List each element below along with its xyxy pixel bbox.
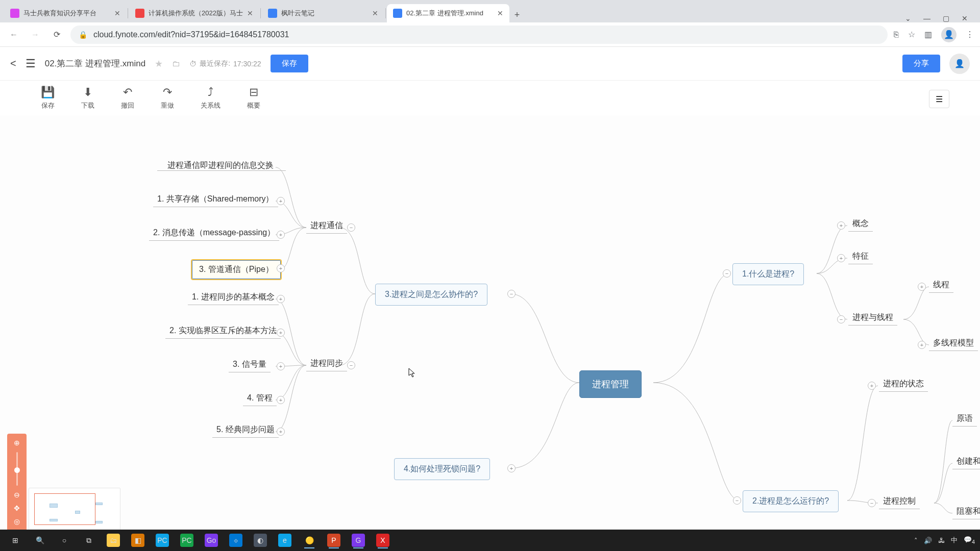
mindmap-node[interactable]: 1. 共享存储（Shared-memory） [153, 192, 278, 207]
mindmap-node[interactable]: 2. 消息传递（message-passing） [149, 226, 279, 241]
mindmap-node[interactable]: 线程 [929, 278, 953, 293]
tool-save[interactable]: 💾保存 [41, 86, 55, 110]
new-tab-button[interactable]: + [509, 7, 525, 22]
expand-icon[interactable]: + [918, 283, 926, 291]
expand-icon[interactable]: + [277, 264, 285, 272]
user-avatar-icon[interactable]: 👤 [949, 54, 970, 74]
browser-tab[interactable]: 马士兵教育知识分享平台 ✕ [4, 4, 127, 22]
save-button[interactable]: 保存 [271, 55, 308, 72]
nav-reload-icon[interactable]: ⟳ [49, 27, 64, 42]
locate-icon[interactable]: ◎ [14, 517, 20, 525]
app-icon[interactable]: ◧ [128, 532, 148, 549]
favorite-star-icon[interactable]: ★ [155, 58, 163, 69]
side-panel-icon[interactable]: ▥ [924, 30, 932, 39]
window-close-icon[interactable]: ✕ [962, 14, 968, 22]
kebab-menu-icon[interactable]: ⋮ [966, 30, 974, 39]
edge-icon[interactable]: e [275, 532, 295, 549]
mindmap-node[interactable]: 进程控制 [879, 494, 920, 509]
mindmap-node[interactable]: 2. 实现临界区互斥的基本方法 [165, 323, 281, 339]
tray-notification-icon[interactable]: 💬4 [964, 536, 975, 545]
expand-icon[interactable]: + [868, 382, 876, 390]
tool-undo[interactable]: ↶撤回 [121, 86, 134, 110]
tray-network-icon[interactable]: 🖧 [938, 537, 945, 544]
mindmap-node-q1[interactable]: 1.什么是进程? [732, 263, 804, 285]
tool-download[interactable]: ⬇下载 [81, 86, 94, 110]
cortana-icon[interactable]: ○ [54, 532, 75, 549]
share-button[interactable]: 分享 [902, 55, 940, 72]
tool-redo[interactable]: ↷重做 [161, 86, 174, 110]
browser-tab[interactable]: 计算机操作系统（2022版）马士 ✕ [129, 4, 259, 22]
url-input[interactable]: 🔒 cloud.fynote.com/edit?nid=37195&id=164… [70, 26, 888, 44]
mindmap-node[interactable]: 进程与线程 [848, 310, 897, 325]
expand-icon[interactable]: + [277, 329, 285, 337]
zoom-slider[interactable] [16, 452, 18, 486]
app-back-icon[interactable]: < [10, 58, 16, 69]
move-icon[interactable]: ✥ [14, 504, 20, 512]
browser-tab-active[interactable]: 02.第二章 进程管理.xmind ✕ [387, 4, 509, 22]
mindmap-node-q2[interactable]: 2.进程是怎么运行的? [743, 490, 839, 512]
mindmap-node[interactable]: 多线程模型 [929, 336, 978, 351]
share-page-icon[interactable]: ⎘ [894, 30, 899, 39]
mindmap-node[interactable]: 进程的状态 [879, 377, 928, 392]
tray-ime-icon[interactable]: 中 [951, 536, 958, 545]
vscode-icon[interactable]: ⟐ [226, 532, 246, 549]
collapse-icon[interactable]: − [347, 361, 355, 369]
tab-close-icon[interactable]: ✕ [247, 9, 253, 17]
folder-icon[interactable]: 🗀 [172, 59, 180, 68]
goland-icon[interactable]: Go [201, 532, 222, 549]
minimap-viewport[interactable] [34, 493, 95, 525]
mindmap-node[interactable]: 特征 [848, 249, 873, 264]
app-icon[interactable]: G [348, 532, 369, 549]
task-view-icon[interactable]: ⧉ [79, 532, 99, 549]
collapse-icon[interactable]: − [507, 290, 516, 298]
expand-icon[interactable]: + [837, 254, 845, 262]
expand-icon[interactable]: + [277, 362, 285, 370]
window-dropdown-icon[interactable]: ⌄ [905, 14, 911, 22]
collapse-icon[interactable]: − [837, 315, 845, 323]
expand-icon[interactable]: + [837, 221, 845, 230]
hamburger-menu-icon[interactable]: ☰ [26, 57, 36, 70]
mindmap-node[interactable]: 4. 管程 [243, 391, 277, 406]
powerpoint-icon[interactable]: P [324, 532, 344, 549]
tray-volume-icon[interactable]: 🔊 [924, 537, 932, 544]
expand-icon[interactable]: + [277, 428, 285, 436]
bookmark-star-icon[interactable]: ☆ [908, 30, 915, 39]
nav-back-icon[interactable]: ← [6, 27, 21, 42]
window-minimize-icon[interactable]: — [923, 14, 930, 22]
tab-close-icon[interactable]: ✕ [114, 9, 120, 17]
start-button[interactable]: ⊞ [5, 532, 26, 549]
tool-relation[interactable]: ⤴关系线 [201, 86, 220, 110]
tool-summary[interactable]: ⊟概要 [247, 86, 260, 110]
mindmap-node[interactable]: 1. 进程同步的基本概念 [188, 290, 279, 305]
expand-icon[interactable]: + [277, 231, 285, 239]
mindmap-node[interactable]: 3. 信号量 [229, 357, 271, 372]
window-maximize-icon[interactable]: ▢ [943, 14, 949, 22]
file-explorer-icon[interactable]: 🗂 [103, 532, 124, 549]
mindmap-node[interactable]: 原语 [952, 411, 977, 427]
mindmap-canvas[interactable]: 进程管理 1.什么是进程? − 概念 + 特征 + 进程与线程 − 线程 + 多… [0, 115, 980, 551]
mindmap-root-node[interactable]: 进程管理 [579, 370, 642, 398]
zoom-out-icon[interactable]: ⊖ [14, 491, 20, 499]
mindmap-node[interactable]: 创建和 [952, 454, 980, 469]
collapse-icon[interactable]: − [868, 499, 876, 507]
mindmap-node[interactable]: 5. 经典同步问题 [212, 422, 279, 438]
expand-icon[interactable]: + [277, 396, 285, 404]
chrome-icon[interactable]: 🟡 [299, 532, 320, 549]
profile-avatar-icon[interactable]: 👤 [941, 27, 957, 42]
expand-icon[interactable]: + [507, 464, 516, 472]
search-icon[interactable]: 🔍 [30, 532, 50, 549]
mindmap-node-q3[interactable]: 3.进程之间是怎么协作的? [375, 284, 487, 306]
expand-icon[interactable]: + [277, 295, 285, 303]
collapse-icon[interactable]: − [347, 223, 355, 232]
mindmap-node[interactable]: 阻塞和 [952, 504, 980, 519]
pycharm-icon[interactable]: PC [152, 532, 173, 549]
mindmap-node[interactable]: 进程通信 [306, 218, 347, 234]
expand-icon[interactable]: + [277, 197, 285, 205]
xmind-icon[interactable]: X [373, 532, 393, 549]
eclipse-icon[interactable]: ◐ [250, 532, 271, 549]
browser-tab[interactable]: 枫叶云笔记 ✕ [262, 4, 384, 22]
toggle-sidepanel-icon[interactable]: ☰ [929, 90, 949, 108]
tab-close-icon[interactable]: ✕ [497, 9, 503, 17]
mindmap-node-q4[interactable]: 4.如何处理死锁问题? [394, 458, 490, 480]
mindmap-node[interactable]: 概念 [848, 216, 873, 232]
